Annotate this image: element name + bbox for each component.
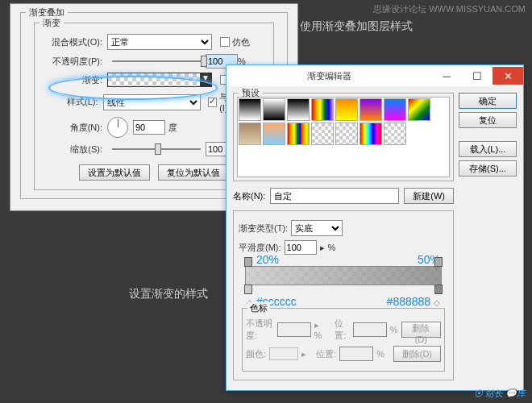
angle-dial[interactable] xyxy=(107,117,128,138)
pct-label: % xyxy=(328,243,336,252)
new-button[interactable]: 新建(W) xyxy=(404,188,454,204)
angle-input[interactable] xyxy=(133,120,165,135)
name-label: 名称(N): xyxy=(233,190,265,202)
stops-label: 色标 xyxy=(247,302,270,314)
stop-color-location-input xyxy=(339,347,373,361)
delete-opacity-stop-button: 删除(D) xyxy=(401,322,441,338)
gradient-bar[interactable] xyxy=(245,266,442,285)
dither-checkbox[interactable] xyxy=(220,37,230,47)
presets-grid[interactable] xyxy=(237,97,450,177)
stop-location-label-2: 位置: xyxy=(316,348,336,360)
annotation-gradient-style: 设置渐变的样式 xyxy=(129,287,208,301)
save-button[interactable]: 存储(S)... xyxy=(459,160,517,177)
opacity-stop-right[interactable] xyxy=(434,257,443,267)
align-checkbox[interactable] xyxy=(208,98,217,107)
scale-label: 缩放(S): xyxy=(39,143,102,156)
stops-group: 色标 不透明度: ▸ % 位置: % 删除(D) 颜色: ▸ 位置: % 删除(… xyxy=(242,308,445,372)
stop-location-label: 位置: xyxy=(335,318,349,342)
reset-default-button[interactable]: 复位为默认值 xyxy=(158,164,229,181)
name-input[interactable] xyxy=(270,188,399,204)
angle-label: 角度(N): xyxy=(39,122,102,134)
chevron-down-icon[interactable]: ▼ xyxy=(200,73,211,87)
minimize-button[interactable]: ─ xyxy=(431,67,462,85)
dialog-title: 渐变编辑器 xyxy=(227,70,431,82)
presets-group: 预设 xyxy=(233,93,454,181)
scale-slider[interactable] xyxy=(112,148,201,150)
watermark-top: 思缘设计论坛 WWW.MISSYUAN.COM xyxy=(373,3,526,15)
gradient-edit-group: 渐变类型(T): 实底 平滑度(M): ▸ % ◇ 20% 50% xyxy=(233,210,454,380)
stop-color-label: 颜色: xyxy=(246,348,266,360)
stop-opacity-label: 不透明度: xyxy=(246,318,274,342)
style-select[interactable]: 线性 xyxy=(103,94,201,110)
delete-color-stop-button: 删除(D) xyxy=(393,346,441,362)
gradient-picker[interactable]: ▼ xyxy=(107,73,212,87)
color-stop-right[interactable] xyxy=(434,285,443,294)
opacity-label: 不透明度(P): xyxy=(39,56,102,68)
dither-label: 仿色 xyxy=(232,36,250,48)
cancel-button[interactable]: 复位 xyxy=(459,112,517,128)
style-label: 样式(L): xyxy=(39,96,98,108)
annotation-layer-style: 使用渐变叠加图层样式 xyxy=(300,19,413,34)
titlebar[interactable]: 渐变编辑器 ─ ☐ ✕ xyxy=(227,65,523,86)
stop-opacity-input xyxy=(277,322,311,337)
ok-button[interactable]: 确定 xyxy=(459,93,517,109)
set-default-button[interactable]: 设置为默认值 xyxy=(79,164,150,181)
opacity-stop-left[interactable] xyxy=(244,257,252,267)
stop-location-input xyxy=(353,322,387,337)
right-color-label: #888888 ◇ xyxy=(387,295,440,308)
blend-mode-label: 混合模式(O): xyxy=(39,36,102,48)
gradient-editor-dialog: 渐变编辑器 ─ ☐ ✕ 预设 xyxy=(226,64,524,391)
opacity-slider[interactable] xyxy=(112,60,201,62)
load-button[interactable]: 载入(L)... xyxy=(459,141,517,157)
gradient-label: 渐变: xyxy=(39,74,102,86)
stop-color-swatch xyxy=(269,347,298,360)
color-stop-left[interactable] xyxy=(244,285,252,294)
smoothness-input[interactable] xyxy=(285,240,317,255)
gradient-type-select[interactable]: 实底 xyxy=(291,220,343,236)
gradient-type-label: 渐变类型(T): xyxy=(239,222,288,235)
degree-label: 度 xyxy=(168,122,177,134)
blend-mode-select[interactable]: 正常 xyxy=(107,34,212,50)
group-label-inner: 渐变 xyxy=(39,17,64,29)
watermark-bottom: ⦿ 站长 💬库 xyxy=(474,388,526,400)
smoothness-label: 平滑度(M): xyxy=(239,242,281,254)
close-button[interactable]: ✕ xyxy=(493,67,523,85)
maximize-button[interactable]: ☐ xyxy=(462,67,493,85)
